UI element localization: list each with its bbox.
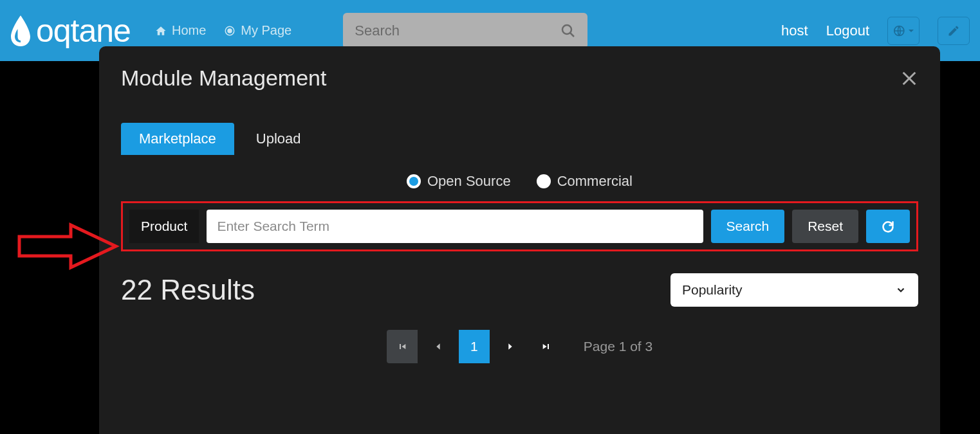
edit-button[interactable] xyxy=(938,17,970,45)
page-next-button[interactable] xyxy=(495,330,526,363)
first-page-icon xyxy=(397,341,407,352)
results-row: 22 Results Popularity xyxy=(121,273,918,307)
nav-mypage[interactable]: My Page xyxy=(224,23,291,38)
product-label: Product xyxy=(129,210,199,243)
chevron-right-icon xyxy=(505,341,515,352)
sort-select[interactable]: Popularity xyxy=(670,273,918,307)
target-icon xyxy=(224,25,236,37)
tabs: Marketplace Upload xyxy=(121,123,918,155)
radio-commercial-label: Commercial xyxy=(557,173,633,190)
license-filter-row: Open Source Commercial xyxy=(121,173,918,190)
logo-text: oqtane xyxy=(36,12,131,50)
radio-icon xyxy=(407,174,421,188)
sort-selected-label: Popularity xyxy=(682,282,742,298)
radio-open-source-label: Open Source xyxy=(427,173,511,190)
nav-links: Home My Page xyxy=(155,23,291,38)
chevron-down-icon xyxy=(895,284,907,296)
radio-icon xyxy=(537,174,551,188)
caret-down-icon xyxy=(908,28,914,34)
nav-mypage-label: My Page xyxy=(241,23,291,38)
svg-line-3 xyxy=(570,33,574,37)
tab-upload[interactable]: Upload xyxy=(238,123,319,155)
svg-point-2 xyxy=(562,25,571,34)
page-info: Page 1 of 3 xyxy=(584,339,652,354)
radio-open-source[interactable]: Open Source xyxy=(407,173,511,190)
radio-commercial[interactable]: Commercial xyxy=(537,173,633,190)
svg-point-1 xyxy=(228,29,232,33)
refresh-icon xyxy=(882,218,894,235)
logout-link[interactable]: Logout xyxy=(826,23,869,39)
globe-icon xyxy=(892,24,908,37)
pencil-icon xyxy=(947,24,960,37)
logo-drop-icon xyxy=(9,15,32,46)
pagination: 1 Page 1 of 3 xyxy=(121,330,918,363)
global-search-placeholder: Search xyxy=(355,23,400,39)
page-first-button[interactable] xyxy=(387,330,418,363)
global-search[interactable]: Search xyxy=(343,13,587,49)
reset-button[interactable]: Reset xyxy=(792,210,858,243)
page-prev-button[interactable] xyxy=(423,330,454,363)
home-icon xyxy=(155,25,167,37)
refresh-button[interactable] xyxy=(866,210,910,243)
nav-home-label: Home xyxy=(172,23,206,38)
nav-home[interactable]: Home xyxy=(155,23,206,38)
logo[interactable]: oqtane xyxy=(9,12,131,50)
search-button[interactable]: Search xyxy=(711,210,785,243)
module-management-modal: Module Management Marketplace Upload Ope… xyxy=(99,46,940,434)
language-button[interactable] xyxy=(887,17,920,45)
tab-marketplace[interactable]: Marketplace xyxy=(121,123,234,155)
user-area: host Logout xyxy=(781,17,970,45)
close-icon[interactable] xyxy=(900,69,918,87)
modal-title: Module Management xyxy=(121,66,326,91)
chevron-left-icon xyxy=(433,341,443,352)
results-count: 22 Results xyxy=(121,274,255,306)
product-search-row: Product Search Reset xyxy=(121,201,918,251)
page-number-1[interactable]: 1 xyxy=(459,330,490,363)
last-page-icon xyxy=(541,341,551,352)
page-last-button[interactable] xyxy=(531,330,562,363)
modal-header: Module Management xyxy=(121,66,918,91)
product-search-input[interactable] xyxy=(207,210,703,243)
user-link[interactable]: host xyxy=(781,23,808,39)
search-icon xyxy=(560,23,576,39)
